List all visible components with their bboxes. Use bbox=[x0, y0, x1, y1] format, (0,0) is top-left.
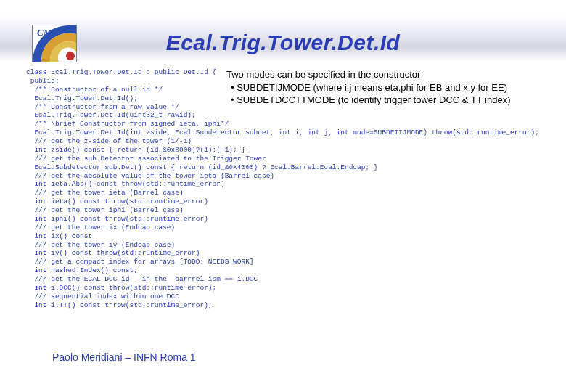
footer-author: Paolo Meridiani – INFN Roma 1 bbox=[52, 351, 196, 363]
header-band: CMS Ecal.Trig.Tower.Det.Id bbox=[0, 16, 566, 61]
code-block: class Ecal.Trig.Tower.Det.Id : public De… bbox=[26, 68, 559, 310]
page-title: Ecal.Trig.Tower.Det.Id bbox=[0, 30, 566, 55]
content-area: Two modes can be specified in the constr… bbox=[26, 68, 559, 310]
